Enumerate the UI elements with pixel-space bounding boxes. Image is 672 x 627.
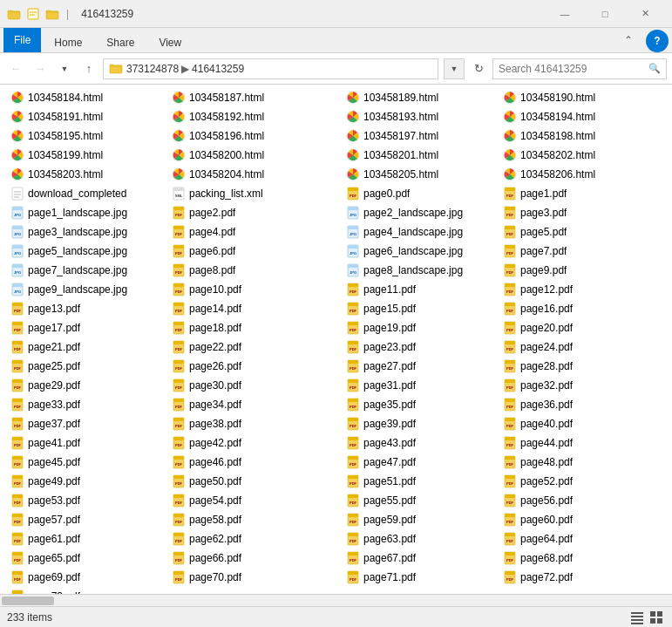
tab-view[interactable]: View bbox=[147, 32, 193, 52]
view-large-icons-button[interactable] bbox=[648, 609, 665, 626]
list-item[interactable]: JPG page3_landscape.jpg bbox=[7, 222, 168, 242]
list-item[interactable]: 103458194.html bbox=[499, 107, 656, 126]
list-item[interactable]: PDF page56.pdf bbox=[499, 491, 656, 510]
search-input[interactable] bbox=[499, 63, 648, 75]
list-item[interactable]: PDF page12.pdf bbox=[499, 280, 656, 299]
list-item[interactable]: 103458198.html bbox=[499, 126, 656, 146]
list-item[interactable]: PDF page63.pdf bbox=[343, 529, 499, 549]
list-item[interactable]: PDF page4.pdf bbox=[168, 222, 343, 242]
tab-home[interactable]: Home bbox=[43, 32, 93, 52]
list-item[interactable]: XML packing_list.xml bbox=[168, 184, 343, 203]
list-item[interactable]: PDF page34.pdf bbox=[168, 395, 343, 414]
list-item[interactable]: PDF page33.pdf bbox=[7, 395, 168, 414]
list-item[interactable]: PDF page47.pdf bbox=[343, 453, 499, 472]
list-item[interactable]: PDF page55.pdf bbox=[343, 491, 499, 510]
list-item[interactable]: PDF page53.pdf bbox=[7, 491, 168, 510]
list-item[interactable]: PDF page44.pdf bbox=[499, 433, 656, 453]
ribbon-collapse-button[interactable]: ⌃ bbox=[616, 28, 641, 52]
list-item[interactable]: 103458204.html bbox=[168, 165, 343, 184]
list-item[interactable]: JPG page5_landscape.jpg bbox=[7, 242, 168, 261]
list-item[interactable]: PDF page69.pdf bbox=[7, 568, 168, 587]
close-button[interactable]: ✕ bbox=[625, 0, 665, 28]
list-item[interactable]: PDF page73.pdf bbox=[7, 587, 168, 594]
list-item[interactable]: PDF page22.pdf bbox=[168, 337, 343, 357]
list-item[interactable]: PDF page58.pdf bbox=[168, 510, 343, 529]
list-item[interactable]: PDF page42.pdf bbox=[168, 433, 343, 453]
dropdown-history-button[interactable]: ▼ bbox=[54, 58, 75, 79]
list-item[interactable]: 103458187.html bbox=[168, 88, 343, 107]
list-item[interactable]: PDF page67.pdf bbox=[343, 549, 499, 568]
forward-button[interactable]: → bbox=[30, 58, 51, 79]
list-item[interactable]: PDF page27.pdf bbox=[343, 357, 499, 376]
view-details-button[interactable] bbox=[628, 609, 646, 626]
list-item[interactable]: PDF page25.pdf bbox=[7, 357, 168, 376]
list-item[interactable]: PDF page6.pdf bbox=[168, 242, 343, 261]
list-item[interactable]: JPG page9_landscape.jpg bbox=[7, 280, 168, 299]
list-item[interactable]: 103458193.html bbox=[343, 107, 499, 126]
list-item[interactable]: PDF page30.pdf bbox=[168, 376, 343, 395]
list-item[interactable]: PDF page49.pdf bbox=[7, 472, 168, 491]
list-item[interactable]: 103458184.html bbox=[7, 88, 168, 107]
list-item[interactable]: 103458202.html bbox=[499, 146, 656, 165]
list-item[interactable]: PDF page7.pdf bbox=[499, 242, 656, 261]
search-box[interactable]: 🔍 bbox=[492, 58, 667, 79]
list-item[interactable]: PDF page39.pdf bbox=[343, 414, 499, 433]
list-item[interactable]: PDF page62.pdf bbox=[168, 529, 343, 549]
list-item[interactable]: 103458190.html bbox=[499, 88, 656, 107]
list-item[interactable]: PDF page31.pdf bbox=[343, 376, 499, 395]
list-item[interactable]: PDF page2.pdf bbox=[168, 203, 343, 222]
list-item[interactable]: PDF page35.pdf bbox=[343, 395, 499, 414]
list-item[interactable]: PDF page3.pdf bbox=[499, 203, 656, 222]
list-item[interactable]: PDF page61.pdf bbox=[7, 529, 168, 549]
list-item[interactable]: PDF page29.pdf bbox=[7, 376, 168, 395]
list-item[interactable]: 103458195.html bbox=[7, 126, 168, 146]
up-button[interactable]: ↑ bbox=[78, 58, 99, 79]
list-item[interactable]: 103458205.html bbox=[343, 165, 499, 184]
help-button[interactable]: ? bbox=[646, 30, 669, 52]
list-item[interactable]: 103458189.html bbox=[343, 88, 499, 107]
list-item[interactable]: JPG page4_landscape.jpg bbox=[343, 222, 499, 242]
list-item[interactable]: PDF page17.pdf bbox=[7, 318, 168, 337]
address-path[interactable]: 373124878 ▶ 416413259 bbox=[103, 58, 438, 79]
list-item[interactable]: 103458191.html bbox=[7, 107, 168, 126]
list-item[interactable]: JPG page2_landscape.jpg bbox=[343, 203, 499, 222]
list-item[interactable]: PDF page14.pdf bbox=[168, 299, 343, 318]
list-item[interactable]: PDF page8.pdf bbox=[168, 261, 343, 280]
list-item[interactable]: PDF page52.pdf bbox=[499, 472, 656, 491]
list-item[interactable]: PDF page11.pdf bbox=[343, 280, 499, 299]
list-item[interactable]: PDF page20.pdf bbox=[499, 318, 656, 337]
list-item[interactable]: PDF page60.pdf bbox=[499, 510, 656, 529]
tab-file[interactable]: File bbox=[3, 28, 41, 52]
list-item[interactable]: PDF page26.pdf bbox=[168, 357, 343, 376]
list-item[interactable]: PDF page43.pdf bbox=[343, 433, 499, 453]
list-item[interactable]: PDF page48.pdf bbox=[499, 453, 656, 472]
tab-share[interactable]: Share bbox=[95, 32, 146, 52]
list-item[interactable]: JPG page8_landscape.jpg bbox=[343, 261, 499, 280]
path-dropdown-button[interactable]: ▼ bbox=[444, 58, 465, 79]
list-item[interactable]: download_completed bbox=[7, 184, 168, 203]
list-item[interactable]: PDF page40.pdf bbox=[499, 414, 656, 433]
list-item[interactable]: 103458201.html bbox=[343, 146, 499, 165]
list-item[interactable]: PDF page71.pdf bbox=[343, 568, 499, 587]
list-item[interactable]: PDF page1.pdf bbox=[499, 184, 656, 203]
list-item[interactable]: JPG page6_landscape.jpg bbox=[343, 242, 499, 261]
list-item[interactable]: 103458192.html bbox=[168, 107, 343, 126]
list-item[interactable]: PDF page57.pdf bbox=[7, 510, 168, 529]
list-item[interactable]: PDF page15.pdf bbox=[343, 299, 499, 318]
horizontal-scrollbar[interactable] bbox=[0, 594, 672, 606]
list-item[interactable]: 103458197.html bbox=[343, 126, 499, 146]
list-item[interactable]: PDF page38.pdf bbox=[168, 414, 343, 433]
list-item[interactable]: PDF page36.pdf bbox=[499, 395, 656, 414]
list-item[interactable]: PDF page19.pdf bbox=[343, 318, 499, 337]
list-item[interactable]: PDF page28.pdf bbox=[499, 357, 656, 376]
list-item[interactable]: PDF page16.pdf bbox=[499, 299, 656, 318]
maximize-button[interactable]: □ bbox=[585, 0, 625, 28]
list-item[interactable]: PDF page23.pdf bbox=[343, 337, 499, 357]
list-item[interactable]: JPG page1_landscape.jpg bbox=[7, 203, 168, 222]
list-item[interactable]: 103458199.html bbox=[7, 146, 168, 165]
list-item[interactable]: PDF page32.pdf bbox=[499, 376, 656, 395]
list-item[interactable]: 103458196.html bbox=[168, 126, 343, 146]
minimize-button[interactable]: — bbox=[545, 0, 585, 28]
refresh-button[interactable]: ↻ bbox=[468, 58, 489, 79]
list-item[interactable]: PDF page21.pdf bbox=[7, 337, 168, 357]
